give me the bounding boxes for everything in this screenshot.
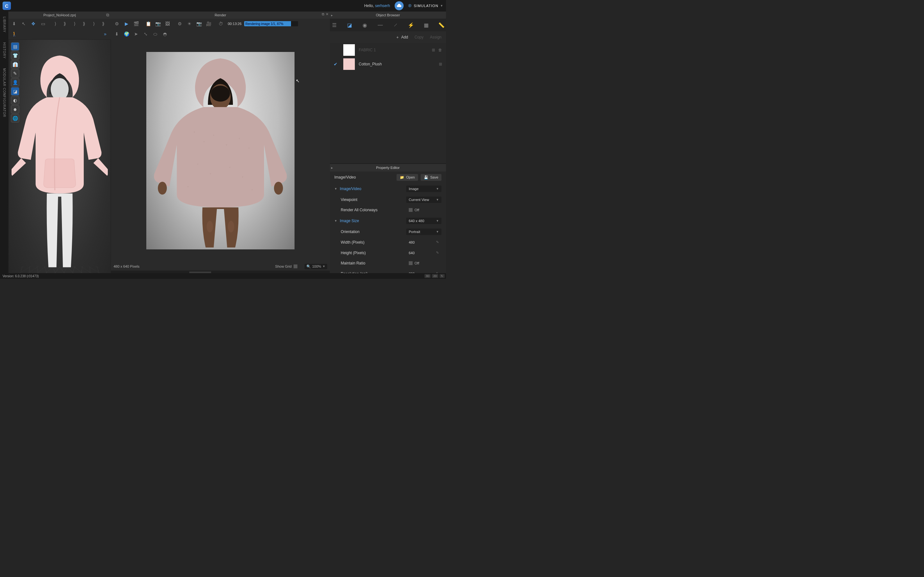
add-button[interactable]: ＋Add: [396, 35, 408, 40]
render-all-colorways-toggle[interactable]: Off: [409, 208, 419, 212]
fabric-tab-icon[interactable]: ◪: [345, 20, 354, 30]
render-tool-icon[interactable]: ⚙: [112, 19, 121, 28]
fabric-item[interactable]: FABRIC 1 ⊞ 🗑: [330, 43, 446, 57]
picture-icon[interactable]: 🖼: [163, 19, 172, 28]
measure-tab-icon[interactable]: 📏: [437, 20, 446, 30]
assign-button[interactable]: Assign: [430, 35, 441, 39]
camera-settings-icon[interactable]: 📷: [194, 19, 204, 28]
play-render-icon[interactable]: ▶: [122, 19, 131, 28]
save-button[interactable]: 💾Save: [421, 174, 441, 181]
close-icon[interactable]: ✕: [326, 12, 328, 16]
timer-icon[interactable]: ⏱: [216, 19, 225, 28]
popout-icon[interactable]: ⧉: [106, 13, 109, 18]
globe-icon[interactable]: 🌐: [11, 114, 19, 122]
orientation-select[interactable]: Portrait▼: [406, 229, 441, 235]
zipper-tab-icon[interactable]: ⚡: [407, 20, 415, 30]
video-settings-icon[interactable]: 🎥: [204, 19, 213, 28]
cursor-icon[interactable]: ➤: [132, 30, 141, 38]
chevron-down-icon: ▼: [334, 219, 337, 222]
object-browser-title-bar: ▸ Object Browser: [330, 11, 446, 19]
edit-icon[interactable]: ✎: [436, 240, 439, 244]
zoom-value: 100%: [312, 264, 321, 268]
save-icon: 💾: [424, 175, 428, 179]
object-browser-title: Object Browser: [376, 13, 400, 17]
tool-icon[interactable]: ⟫: [60, 19, 69, 28]
fabric-name: Cotton_Plush: [359, 62, 435, 66]
show-grid-checkbox[interactable]: [294, 264, 297, 268]
view-2d-button[interactable]: 2D: [432, 274, 438, 278]
import-icon[interactable]: ⬇: [10, 19, 19, 28]
fabric-item[interactable]: ✔ Cotton_Plush ⊞: [330, 57, 446, 71]
section-image-video[interactable]: ▼ Image/Video Image▼: [330, 183, 446, 195]
refresh-icon[interactable]: ↻: [439, 274, 445, 278]
fold-icon[interactable]: ◐: [11, 96, 19, 105]
viewpoint-select[interactable]: Current View▼: [406, 197, 441, 203]
tab-modular-configurator[interactable]: MODULAR CONFIGURATOR: [3, 68, 6, 117]
tab-history[interactable]: HISTORY: [3, 42, 6, 59]
expand-icon[interactable]: »: [101, 30, 110, 38]
image-video-type-select[interactable]: Image▼: [406, 185, 441, 192]
username[interactable]: serhserh: [375, 3, 390, 8]
lasso-tool-icon[interactable]: ▭: [39, 19, 47, 28]
surface-texture-icon[interactable]: ▤: [11, 42, 19, 51]
list-tab-icon[interactable]: ☰: [330, 20, 339, 30]
globe-render-icon[interactable]: 🌍: [122, 30, 131, 38]
image-settings-icon[interactable]: ⚙: [175, 19, 184, 28]
fabric-swatch[interactable]: [343, 44, 355, 56]
zoom-control[interactable]: 🔍 100% ▼: [304, 264, 327, 269]
width-input[interactable]: 480✎: [406, 239, 441, 245]
fabric-swatch[interactable]: [343, 58, 355, 70]
avatar-tool-icon[interactable]: 🚶: [10, 30, 19, 38]
tool-icon[interactable]: ⟩: [70, 19, 79, 28]
shirt-icon[interactable]: 👔: [11, 60, 19, 69]
copy-button[interactable]: Copy: [415, 35, 423, 39]
render-elapsed-time: 00:13:26: [228, 22, 242, 26]
garment-icon[interactable]: 👕: [11, 51, 19, 60]
open-button[interactable]: 📁Open: [397, 174, 418, 181]
move-tool-icon[interactable]: ✥: [29, 19, 38, 28]
avatar-icon[interactable]: 👤: [11, 78, 19, 87]
tool-icon[interactable]: ⟫: [99, 19, 108, 28]
maintain-ratio-toggle[interactable]: Off: [409, 261, 419, 265]
delete-icon[interactable]: 🗑: [438, 48, 442, 52]
height-input[interactable]: 640✎: [406, 250, 441, 256]
view-3d-button[interactable]: 3D: [425, 274, 431, 278]
render-all-colorways-label: Render All Colorways: [341, 208, 378, 212]
cylinder-icon[interactable]: ⬭: [151, 30, 160, 38]
add-to-icon[interactable]: ⊞: [439, 62, 442, 66]
3d-viewport[interactable]: ▤ 👕 👔 ✎ 👤 ◪ ◐ ☻ 🌐: [9, 40, 110, 278]
clipboard-icon[interactable]: 📋: [144, 19, 153, 28]
cloud-sync-icon[interactable]: [395, 1, 404, 10]
edit-icon[interactable]: ✎: [436, 251, 439, 255]
download-icon[interactable]: ⬇: [112, 30, 121, 38]
tool-icon[interactable]: ⟩: [51, 19, 60, 28]
face-icon[interactable]: ☻: [11, 105, 19, 113]
slash-icon[interactable]: ⤡: [141, 30, 150, 38]
brush-icon[interactable]: ✎: [11, 69, 19, 77]
tool-icon[interactable]: ⟩: [89, 19, 98, 28]
collapse-icon[interactable]: ▸: [331, 13, 335, 17]
select-tool-icon[interactable]: ↖: [19, 19, 28, 28]
svg-point-4: [204, 141, 205, 142]
clapboard-icon[interactable]: 🎬: [132, 19, 141, 28]
light-settings-icon[interactable]: ☀: [185, 19, 194, 28]
image-size-select[interactable]: 640 x 480▼: [406, 218, 441, 224]
property-editor-title: Property Editor: [376, 166, 399, 169]
simulation-mode-button[interactable]: ⦿ SIMULATION ▼: [408, 4, 443, 8]
app-logo-icon[interactable]: C: [3, 2, 11, 10]
stitch-tab-icon[interactable]: —: [376, 20, 384, 30]
camera-icon[interactable]: 📷: [153, 19, 162, 28]
tool-icon[interactable]: ⟫: [79, 19, 89, 28]
popout-icon[interactable]: ⧉: [322, 12, 325, 16]
material-icon[interactable]: ◪: [11, 87, 19, 95]
section-image-size[interactable]: ▼ Image Size 640 x 480▼: [330, 215, 446, 227]
render-viewport[interactable]: ↖: [111, 39, 330, 262]
trim-tab-icon[interactable]: ▦: [422, 20, 431, 30]
svg-point-10: [210, 173, 211, 174]
topstitch-tab-icon[interactable]: ⟋: [391, 20, 400, 30]
collapse-icon[interactable]: ▸: [331, 166, 333, 170]
dome-icon[interactable]: ◓: [160, 30, 170, 38]
button-tab-icon[interactable]: ◉: [360, 20, 370, 30]
add-to-icon[interactable]: ⊞: [432, 48, 435, 52]
tab-library[interactable]: LIBRARY: [3, 17, 6, 33]
